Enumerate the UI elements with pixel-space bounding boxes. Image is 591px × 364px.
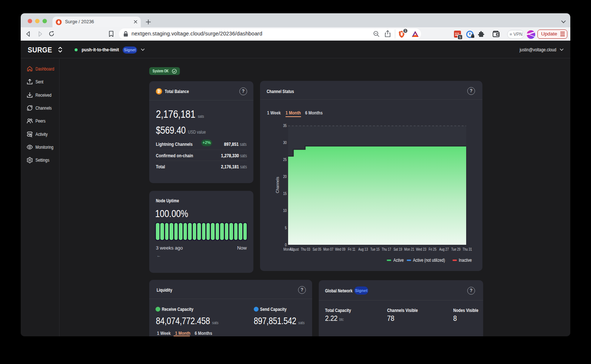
svg-text:5: 5 bbox=[459, 35, 461, 39]
